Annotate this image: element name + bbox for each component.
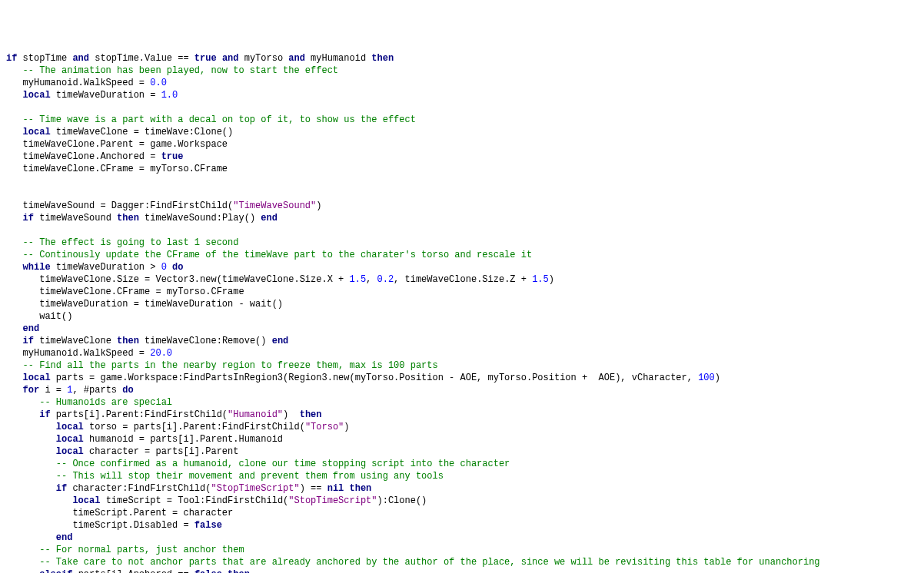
token-cm: -- The effect is going to last 1 second [6, 237, 238, 248]
token-kw: do [172, 262, 183, 273]
code-line[interactable]: elseif parts[i].Anchored == false then [6, 568, 918, 573]
code-line[interactable]: -- For normal parts, just anchor them [6, 544, 918, 556]
token-id [6, 385, 23, 396]
token-id [6, 262, 23, 273]
token-id: timeScript.Disabled = [6, 520, 194, 531]
token-id [6, 127, 23, 137]
token-kw: then [117, 336, 139, 346]
code-line[interactable]: -- The effect is going to last 1 second [6, 237, 918, 249]
code-line[interactable]: timeWaveDuration = timeWaveDuration - wa… [6, 298, 918, 310]
token-id: character:FindFirstChild( [67, 483, 211, 494]
code-line[interactable]: end [6, 323, 918, 335]
code-line[interactable]: local parts = game.Workspace:FindPartsIn… [6, 372, 918, 384]
code-line[interactable]: wait() [6, 310, 918, 323]
token-id: torso = parts[i].Parent:FindFirstChild( [84, 422, 305, 432]
code-line[interactable]: while timeWaveDuration > 0 do [6, 261, 918, 273]
code-line[interactable]: local character = parts[i].Parent [6, 445, 918, 458]
token-id: timeWaveClone.Parent = game.Workspace [6, 139, 228, 150]
code-line[interactable]: local timeWaveClone = timeWave:Clone() [6, 126, 918, 138]
code-line[interactable]: if character:FindFirstChild("StopTimeScr… [6, 482, 918, 495]
token-id: ) [316, 200, 321, 211]
code-line[interactable]: -- This will stop their movement and pre… [6, 470, 918, 482]
token-id: stopTime [17, 53, 72, 64]
token-id [6, 532, 56, 543]
token-bool: false [194, 569, 222, 573]
code-line[interactable]: if parts[i].Parent:FindFirstChild("Human… [6, 409, 918, 421]
token-id [6, 495, 72, 506]
code-line[interactable]: timeWaveClone.Size = Vector3.new(timeWav… [6, 273, 918, 286]
token-kw: and [222, 53, 239, 64]
token-kw: local [23, 127, 51, 137]
code-line[interactable]: local timeWaveDuration = 1.0 [6, 89, 918, 101]
token-cm: -- Continously update the CFrame of the … [6, 250, 532, 260]
token-id: timeScript = Tool:FindFirstChild( [100, 495, 288, 506]
token-id: timeWaveSound:Play() [139, 213, 261, 224]
token-id: stopTime.Value == [89, 53, 194, 64]
token-id [6, 373, 23, 383]
token-id: i = [39, 385, 67, 396]
token-id [6, 409, 39, 420]
token-id: , [366, 274, 377, 285]
code-line[interactable]: -- Take care to not anchor parts that ar… [6, 556, 918, 568]
token-kw: local [72, 495, 100, 506]
token-kw: elseif [39, 569, 72, 573]
code-line[interactable]: -- The animation has been played, now to… [6, 65, 918, 77]
code-line[interactable]: -- Once confirmed as a humanoid, clone o… [6, 458, 918, 470]
code-line[interactable]: timeWaveClone.CFrame = myTorso.CFrame [6, 163, 918, 175]
code-line[interactable]: timeScript.Parent = character [6, 507, 918, 519]
code-line[interactable]: -- Humanoids are special [6, 396, 918, 409]
code-line[interactable]: -- Time wave is a part with a decal on t… [6, 114, 918, 126]
token-kw: end [23, 323, 40, 334]
token-id [6, 434, 56, 445]
token-id [6, 446, 56, 457]
code-line[interactable]: timeWaveClone.CFrame = myTorso.CFrame [6, 286, 918, 298]
token-id: , #parts [72, 385, 122, 396]
code-line[interactable]: if timeWaveSound then timeWaveSound:Play… [6, 212, 918, 224]
code-editor[interactable]: if stopTime and stopTime.Value == true a… [6, 52, 918, 573]
code-line[interactable]: end [6, 532, 918, 544]
token-kw: if [56, 483, 67, 494]
token-kw: local [56, 434, 84, 445]
token-id: myTorso [238, 53, 288, 64]
code-line[interactable]: if timeWaveClone then timeWaveClone:Remo… [6, 335, 918, 347]
token-id: timeWaveClone.Size = Vector3.new(timeWav… [6, 274, 349, 285]
token-kw: if [23, 336, 34, 346]
token-id: timeWaveClone.Anchored = [6, 151, 161, 162]
code-line[interactable] [6, 224, 918, 237]
code-line[interactable]: for i = 1, #parts do [6, 384, 918, 396]
code-line[interactable]: local humanoid = parts[i].Parent.Humanoi… [6, 433, 918, 445]
token-id [6, 569, 39, 573]
code-line[interactable]: timeScript.Disabled = false [6, 519, 918, 532]
token-id [344, 483, 349, 494]
token-num: 100 [698, 373, 715, 383]
code-line[interactable]: myHumanoid.WalkSpeed = 0.0 [6, 77, 918, 89]
token-id: timeWaveDuration = timeWaveDuration - wa… [6, 299, 283, 310]
token-num: 1.5 [532, 274, 549, 285]
token-cm: -- The animation has been played, now to… [6, 65, 338, 76]
code-line[interactable]: if stopTime and stopTime.Value == true a… [6, 52, 918, 65]
code-line[interactable]: -- Continously update the CFrame of the … [6, 249, 918, 261]
code-line[interactable]: timeWaveClone.Parent = game.Workspace [6, 138, 918, 151]
code-line[interactable]: local timeScript = Tool:FindFirstChild("… [6, 495, 918, 507]
token-id: ):Clone() [377, 495, 427, 506]
code-line[interactable] [6, 101, 918, 114]
code-line[interactable] [6, 187, 918, 200]
token-str: "Humanoid" [228, 409, 283, 420]
token-cm: -- For normal parts, just anchor them [6, 545, 244, 555]
token-kw: for [23, 385, 40, 396]
token-id: timeWaveSound [34, 213, 117, 224]
token-kw: local [23, 90, 51, 101]
code-line[interactable]: timeWaveClone.Anchored = true [6, 151, 918, 163]
token-id: humanoid = parts[i].Parent.Humanoid [84, 434, 283, 445]
token-bool: true [194, 53, 217, 64]
token-kw: do [122, 385, 133, 396]
code-line[interactable]: myHumanoid.WalkSpeed = 20.0 [6, 347, 918, 359]
code-line[interactable]: local torso = parts[i].Parent:FindFirstC… [6, 421, 918, 433]
code-line[interactable]: -- Find all the parts in the nearby regi… [6, 359, 918, 372]
code-line[interactable] [6, 175, 918, 187]
token-id: timeWaveDuration > [51, 262, 161, 273]
token-id: ) [715, 373, 720, 383]
code-line[interactable]: timeWaveSound = Dagger:FindFirstChild("T… [6, 200, 918, 212]
token-num: 1.5 [349, 274, 366, 285]
token-bool: false [194, 520, 222, 531]
